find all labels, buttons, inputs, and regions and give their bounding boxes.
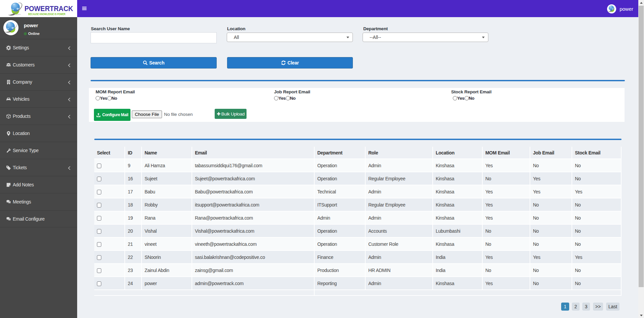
svg-text:POWERTRACK: POWERTRACK [24, 4, 73, 13]
svg-text:BECAUSE KNOWLEDGE IS POWER: BECAUSE KNOWLEDGE IS POWER [28, 12, 65, 16]
